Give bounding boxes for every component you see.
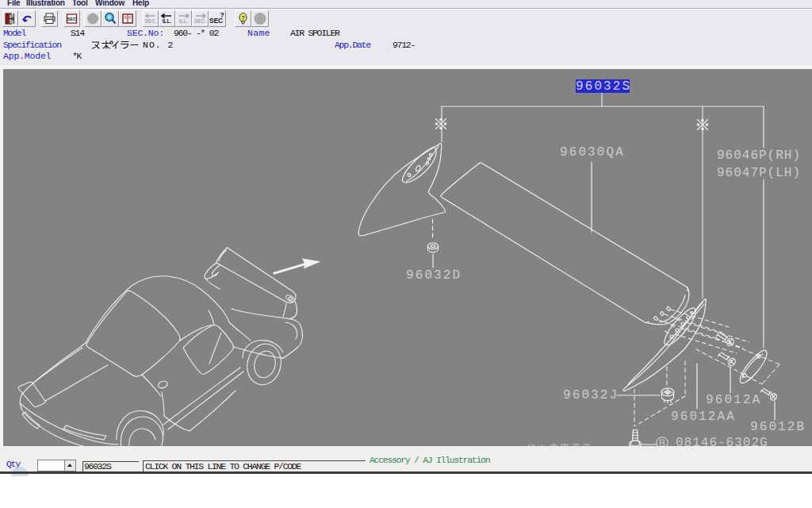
svg-text:SEC: SEC: [67, 17, 76, 21]
svg-text:?: ?: [220, 11, 224, 19]
svg-text:?: ?: [241, 14, 245, 21]
svg-text:ILL.: ILL.: [179, 18, 189, 24]
svg-text:SEC.: SEC.: [194, 18, 206, 24]
svg-text:ILL.: ILL.: [163, 18, 172, 24]
svg-text:SEC.: SEC.: [144, 18, 156, 24]
